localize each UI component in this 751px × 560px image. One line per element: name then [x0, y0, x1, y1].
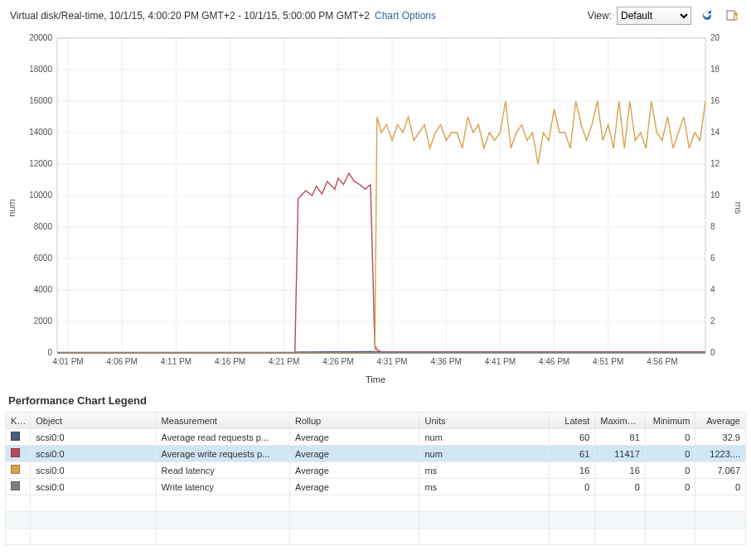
svg-text:12000: 12000 — [29, 159, 52, 168]
svg-text:2: 2 — [710, 316, 715, 326]
view-label: View: — [588, 10, 612, 22]
table-row[interactable]: scsi0:0Average write requests p...Averag… — [6, 446, 746, 462]
svg-text:10000: 10000 — [29, 191, 52, 200]
svg-text:6000: 6000 — [34, 253, 53, 263]
chart-options-link[interactable]: Chart Options — [375, 10, 436, 22]
table-row — [6, 529, 746, 545]
svg-text:4:46 PM: 4:46 PM — [539, 357, 569, 366]
maximum-cell: 81 — [595, 429, 646, 446]
svg-text:8: 8 — [710, 222, 715, 231]
measurement-cell: Average read requests p... — [156, 429, 289, 446]
svg-text:6: 6 — [710, 253, 715, 263]
x-axis-label: Time — [366, 374, 385, 384]
svg-text:12: 12 — [710, 159, 720, 168]
maximum-cell: 0 — [595, 479, 646, 495]
swatch-cell — [6, 462, 31, 479]
legend-header-row: Key Object Measurement Rollup Units Late… — [6, 413, 746, 429]
units-cell: num — [419, 446, 549, 462]
col-object[interactable]: Object — [31, 413, 156, 429]
view-select[interactable]: Default — [617, 7, 691, 25]
rollup-cell: Average — [290, 429, 419, 446]
svg-text:4:41 PM: 4:41 PM — [485, 357, 516, 366]
swatch-cell — [6, 429, 31, 446]
latest-cell: 61 — [549, 446, 594, 462]
average-cell: 32.9 — [695, 429, 746, 446]
minimum-cell: 0 — [645, 462, 695, 479]
svg-text:10: 10 — [710, 191, 720, 200]
col-latest[interactable]: Latest — [549, 413, 594, 429]
measurement-cell: Write latency — [156, 479, 289, 495]
svg-text:4: 4 — [710, 285, 715, 294]
table-row — [6, 495, 746, 512]
svg-rect-0 — [727, 11, 734, 20]
maximum-cell: 11417 — [595, 446, 646, 462]
svg-text:4:51 PM: 4:51 PM — [593, 357, 623, 366]
svg-text:16: 16 — [710, 96, 720, 105]
svg-text:4:26 PM: 4:26 PM — [322, 357, 353, 366]
table-row — [6, 512, 746, 529]
latest-cell: 0 — [549, 479, 594, 495]
col-measurement[interactable]: Measurement — [156, 413, 289, 429]
table-row[interactable]: scsi0:0Write latencyAveragems0000 — [6, 479, 746, 495]
rollup-cell: Average — [290, 479, 419, 495]
svg-text:14: 14 — [710, 128, 720, 137]
average-cell: 7.067 — [695, 462, 746, 479]
swatch-cell — [6, 479, 31, 495]
object-cell: scsi0:0 — [31, 446, 156, 462]
average-cell: 0 — [695, 479, 746, 495]
export-icon[interactable] — [723, 7, 741, 25]
units-cell: ms — [419, 462, 549, 479]
svg-text:4:21 PM: 4:21 PM — [269, 357, 299, 366]
maximum-cell: 16 — [595, 462, 646, 479]
refresh-icon[interactable] — [698, 7, 716, 25]
toolbar: Virtual disk/Real-time, 10/1/15, 4:00:20… — [5, 5, 746, 30]
svg-text:8000: 8000 — [34, 222, 53, 231]
svg-text:18: 18 — [710, 65, 720, 74]
object-cell: scsi0:0 — [31, 479, 156, 495]
col-average[interactable]: Average — [695, 413, 746, 429]
svg-text:4:11 PM: 4:11 PM — [161, 357, 191, 366]
y1-axis-label: num — [7, 199, 17, 216]
svg-text:14000: 14000 — [29, 128, 52, 137]
legend-title: Performance Chart Legend — [5, 386, 746, 412]
svg-text:4:36 PM: 4:36 PM — [431, 357, 462, 366]
object-cell: scsi0:0 — [31, 429, 156, 446]
rollup-cell: Average — [290, 462, 419, 479]
svg-text:18000: 18000 — [29, 65, 52, 74]
svg-text:4:31 PM: 4:31 PM — [376, 357, 407, 366]
latest-cell: 16 — [549, 462, 594, 479]
performance-chart: num ms Time 0200040006000800010000120001… — [9, 30, 742, 386]
y2-axis-label: ms — [734, 202, 744, 215]
measurement-cell: Average write requests p... — [156, 446, 289, 462]
minimum-cell: 0 — [645, 429, 695, 446]
svg-text:4:16 PM: 4:16 PM — [215, 357, 245, 366]
rollup-cell: Average — [290, 446, 419, 462]
chart-svg: 0200040006000800010000120001400016000180… — [9, 30, 742, 386]
col-key[interactable]: Key — [6, 413, 31, 429]
units-cell: ms — [419, 479, 549, 495]
col-units[interactable]: Units — [419, 413, 549, 429]
svg-text:20000: 20000 — [29, 33, 52, 42]
col-minimum[interactable]: Minimum — [645, 413, 695, 429]
svg-text:4:01 PM: 4:01 PM — [52, 357, 83, 366]
svg-text:0: 0 — [710, 348, 715, 357]
object-cell: scsi0:0 — [31, 462, 156, 479]
svg-text:4000: 4000 — [34, 285, 53, 294]
svg-text:4:56 PM: 4:56 PM — [647, 357, 677, 366]
units-cell: num — [419, 429, 549, 446]
table-row[interactable]: scsi0:0Read latencyAveragems161607.067 — [6, 462, 746, 479]
col-maximum[interactable]: Maximum — [595, 413, 646, 429]
measurement-cell: Read latency — [156, 462, 289, 479]
svg-text:16000: 16000 — [29, 96, 52, 105]
svg-text:20: 20 — [710, 33, 720, 42]
chart-title: Virtual disk/Real-time, 10/1/15, 4:00:20… — [10, 10, 370, 22]
svg-text:4:06 PM: 4:06 PM — [107, 357, 138, 366]
svg-text:2000: 2000 — [34, 316, 53, 326]
legend-table: Key Object Measurement Rollup Units Late… — [5, 412, 746, 545]
swatch-cell — [6, 446, 31, 462]
latest-cell: 60 — [549, 429, 594, 446]
minimum-cell: 0 — [645, 446, 695, 462]
svg-text:0: 0 — [47, 348, 52, 357]
col-rollup[interactable]: Rollup — [290, 413, 419, 429]
table-row[interactable]: scsi0:0Average read requests p...Average… — [6, 429, 746, 446]
